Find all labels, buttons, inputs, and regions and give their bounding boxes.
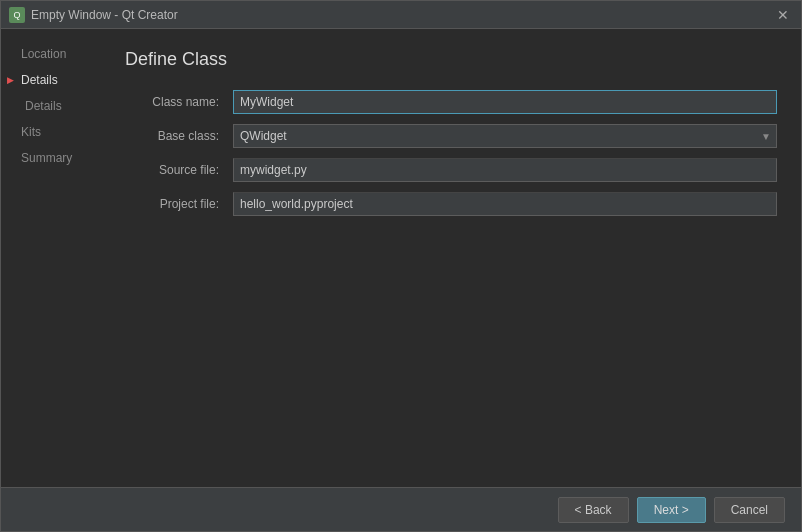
sidebar-item-label-details2: Details (25, 99, 62, 113)
footer: < Back Next > Cancel (1, 487, 801, 531)
sidebar-item-label-kits: Kits (21, 125, 41, 139)
form: Class name: Base class: QWidget QDialog … (125, 90, 777, 216)
source-file-label: Source file: (125, 163, 225, 177)
content-area: Location Details Details Kits Summary De… (1, 29, 801, 487)
main-content: Define Class Class name: Base class: QWi… (101, 29, 801, 487)
project-file-label: Project file: (125, 197, 225, 211)
project-file-input[interactable] (233, 192, 777, 216)
main-window: Q Empty Window - Qt Creator ✕ Location D… (0, 0, 802, 532)
titlebar: Q Empty Window - Qt Creator ✕ (1, 1, 801, 29)
class-name-input[interactable] (233, 90, 777, 114)
sidebar-item-label-location: Location (21, 47, 66, 61)
source-file-input[interactable] (233, 158, 777, 182)
base-class-select[interactable]: QWidget QDialog QMainWindow (233, 124, 777, 148)
base-class-select-wrap: QWidget QDialog QMainWindow ▼ (233, 124, 777, 148)
sidebar-item-label-details: Details (21, 73, 58, 87)
sidebar-item-details[interactable]: Details (1, 67, 101, 93)
class-name-label: Class name: (125, 95, 225, 109)
next-button[interactable]: Next > (637, 497, 706, 523)
sidebar-item-location[interactable]: Location (1, 41, 101, 67)
sidebar-item-kits[interactable]: Kits (1, 119, 101, 145)
base-class-label: Base class: (125, 129, 225, 143)
close-button[interactable]: ✕ (773, 5, 793, 25)
window-title: Empty Window - Qt Creator (31, 8, 773, 22)
page-title: Define Class (125, 49, 777, 70)
cancel-button[interactable]: Cancel (714, 497, 785, 523)
sidebar-item-details2[interactable]: Details (1, 93, 101, 119)
sidebar: Location Details Details Kits Summary (1, 29, 101, 487)
back-button[interactable]: < Back (558, 497, 629, 523)
sidebar-item-summary[interactable]: Summary (1, 145, 101, 171)
sidebar-item-label-summary: Summary (21, 151, 72, 165)
app-icon: Q (9, 7, 25, 23)
